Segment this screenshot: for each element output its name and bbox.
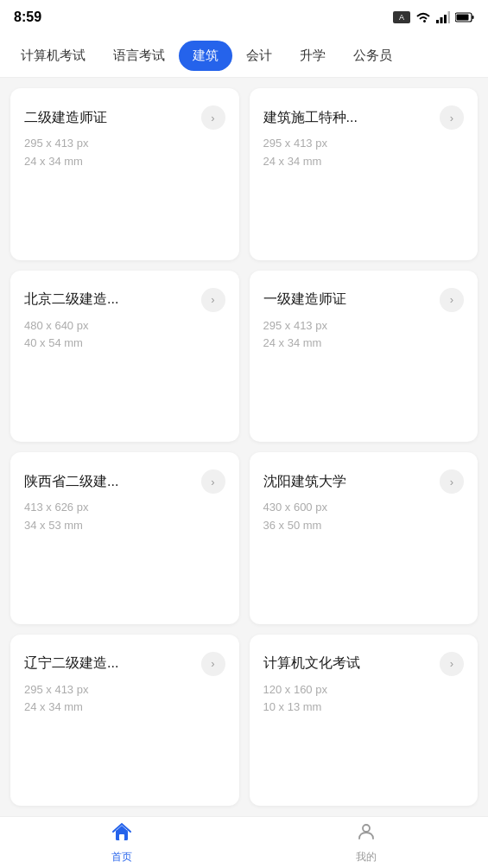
card-4-header: 一级建造师证 › [263,288,465,312]
card-1[interactable]: 二级建造师证 › 295 x 413 px 24 x 34 mm [10,88,239,260]
card-2-arrow[interactable]: › [440,105,464,130]
card-8-title: 计算机文化考试 [263,654,360,673]
card-2-meta: 295 x 413 px 24 x 34 mm [263,135,465,171]
nav-home-label: 首页 [111,850,132,865]
profile-icon [356,821,377,847]
card-1-arrow[interactable]: › [201,105,225,130]
status-bar: 8:59 A [0,0,488,35]
svg-rect-8 [119,834,124,840]
card-8[interactable]: 计算机文化考试 › 120 x 160 px 10 x 13 mm [250,635,478,807]
svg-rect-2 [444,15,447,23]
card-5-arrow[interactable]: › [201,469,225,494]
tab-study[interactable]: 升学 [286,41,339,71]
home-icon [111,821,132,847]
card-5-title: 陕西省二级建... [24,473,118,491]
card-8-meta: 120 x 160 px 10 x 13 mm [263,681,465,718]
card-7-meta: 295 x 413 px 24 x 34 mm [24,681,225,718]
card-7-header: 辽宁二级建造... › [24,652,225,676]
card-7-title: 辽宁二级建造... [24,654,118,673]
card-2-header: 建筑施工特种... › [263,105,465,130]
svg-rect-1 [440,17,443,23]
card-2[interactable]: 建筑施工特种... › 295 x 413 px 24 x 34 mm [250,88,478,260]
card-grid: 二级建造师证 › 295 x 413 px 24 x 34 mm 建筑施工特种.… [0,78,488,816]
card-3-arrow[interactable]: › [201,288,225,312]
tab-language[interactable]: 语言考试 [99,41,179,71]
bottom-nav: 首页 我的 [0,816,488,868]
card-6-title: 沈阳建筑大学 [263,473,346,491]
tab-accounting[interactable]: 会计 [232,41,286,71]
card-1-header: 二级建造师证 › [24,105,225,130]
tab-civil[interactable]: 公务员 [339,41,406,71]
card-7-arrow[interactable]: › [201,652,225,676]
card-3-header: 北京二级建造... › [24,288,225,312]
card-4-meta: 295 x 413 px 24 x 34 mm [263,317,465,354]
card-6-header: 沈阳建筑大学 › [263,469,465,494]
svg-rect-0 [436,20,439,23]
card-1-title: 二级建造师证 [24,109,107,127]
card-3-title: 北京二级建造... [24,290,118,309]
wifi-icon [415,11,431,23]
card-5-meta: 413 x 626 px 34 x 53 mm [24,499,225,535]
nav-home[interactable]: 首页 [0,821,244,865]
card-1-meta: 295 x 413 px 24 x 34 mm [24,135,225,171]
nav-profile-label: 我的 [356,850,377,865]
tab-architecture[interactable]: 建筑 [179,41,232,71]
nav-profile[interactable]: 我的 [244,821,489,865]
tab-computer[interactable]: 计算机考试 [7,41,99,71]
card-8-header: 计算机文化考试 › [263,652,465,676]
battery-icon [455,11,474,23]
card-7[interactable]: 辽宁二级建造... › 295 x 413 px 24 x 34 mm [10,635,239,807]
card-6-meta: 430 x 600 px 36 x 50 mm [263,499,465,535]
svg-point-9 [363,825,370,832]
card-6-arrow[interactable]: › [440,469,464,494]
card-8-arrow[interactable]: › [440,652,464,676]
svg-rect-5 [472,16,474,19]
card-5-header: 陕西省二级建... › [24,469,225,494]
card-3[interactable]: 北京二级建造... › 480 x 640 px 40 x 54 mm [10,271,239,443]
svg-rect-6 [457,15,469,21]
status-time: 8:59 [14,10,41,25]
card-4-title: 一级建造师证 [263,290,346,309]
tab-bar: 计算机考试 语言考试 建筑 会计 升学 公务员 [0,35,488,78]
card-3-meta: 480 x 640 px 40 x 54 mm [24,317,225,354]
status-icons: A [393,11,474,23]
svg-rect-3 [448,11,451,23]
a-icon: A [393,11,410,23]
card-6[interactable]: 沈阳建筑大学 › 430 x 600 px 36 x 50 mm [250,452,478,624]
card-4[interactable]: 一级建造师证 › 295 x 413 px 24 x 34 mm [250,271,478,443]
card-2-title: 建筑施工特种... [263,109,358,127]
signal-icon [436,11,450,23]
card-5[interactable]: 陕西省二级建... › 413 x 626 px 34 x 53 mm [10,452,239,624]
card-4-arrow[interactable]: › [440,288,464,312]
